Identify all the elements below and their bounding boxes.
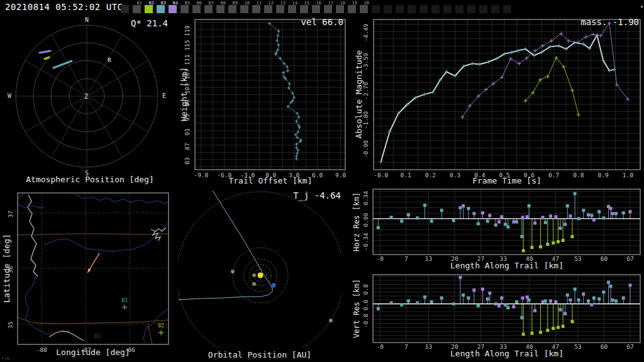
svg-text:-0.8: -0.8 (362, 314, 369, 328)
svg-text:-1.80: -1.80 (362, 111, 369, 129)
station-toggle-08[interactable]: 08 (216, 5, 225, 13)
svg-text:0.9: 0.9 (598, 172, 609, 178)
station-toggle-label: 03 (161, 1, 166, 6)
vert-residuals-plot: -071320273340475360670.80.0-0.8 (362, 275, 640, 350)
ground-track-map: 010203-88-87-86373635 (7, 190, 169, 353)
svg-text:53: 53 (574, 343, 581, 350)
utc-timestamp: 20210814 05:52:02 UTC (5, 2, 123, 12)
station-toggle-label: 18 (340, 1, 345, 6)
station-toggle-label: 19 (352, 1, 357, 6)
svg-text:111: 111 (184, 54, 191, 65)
svg-text:Z: Z (84, 93, 88, 100)
station-toggle-19[interactable]: 19 (348, 5, 356, 13)
station-toggle-02[interactable]: 02 (145, 5, 153, 13)
horz-residuals-plot: -071320273340475360670.340.00-0.34 (362, 189, 640, 262)
station-slot-blank (467, 5, 475, 13)
svg-text:87: 87 (184, 143, 191, 150)
station-toggle-10[interactable]: 10 (240, 5, 248, 13)
station-toggle-16[interactable]: 16 (312, 5, 320, 13)
station-slot-blank (372, 5, 380, 13)
polar-plot-title: Atmospheric Position [deg] (26, 175, 154, 184)
svg-text:-0.0: -0.0 (374, 172, 388, 178)
station-toggle-label: 08 (221, 1, 226, 6)
station-toggle-06[interactable]: 06 (192, 5, 201, 13)
svg-text:60: 60 (601, 343, 608, 350)
frame-time-xlabel: Frame Time [s] (472, 176, 541, 185)
station-slot-blank (419, 5, 428, 13)
station-toggle-04[interactable]: 04 (169, 5, 177, 13)
station-toggle-label: 20 (364, 1, 369, 6)
station-toggle-09[interactable]: 09 (228, 5, 236, 13)
svg-text:0.8: 0.8 (362, 284, 369, 295)
station-toggle-15[interactable]: 15 (300, 5, 308, 13)
svg-text:0.3: 0.3 (450, 172, 460, 178)
svg-text:-88: -88 (36, 346, 47, 353)
station-toggle-18[interactable]: 18 (336, 5, 344, 13)
station-toggle-label: 16 (316, 1, 321, 6)
svg-text:37: 37 (7, 211, 14, 217)
svg-text:03: 03 (121, 298, 128, 304)
svg-text:-3.59: -3.59 (362, 53, 369, 71)
height-ylabel: Height [km] (179, 67, 189, 121)
station-slot-blank (431, 5, 440, 13)
overflow-menu-button[interactable]: ... (639, 0, 644, 10)
atmospheric-position-plot: NSEWZR (8, 16, 166, 177)
svg-text:R: R (108, 57, 111, 63)
station-toggle-17[interactable]: 17 (324, 5, 332, 13)
svg-text:53: 53 (574, 255, 581, 262)
svg-text:91: 91 (184, 128, 191, 136)
station-toggle-label: 15 (304, 1, 309, 6)
svg-text:6.0: 6.0 (312, 172, 323, 178)
station-toggle-05[interactable]: 05 (180, 5, 189, 13)
svg-text:115: 115 (184, 40, 191, 50)
svg-text:119: 119 (184, 25, 191, 36)
station-toggle-03[interactable]: 03 (157, 5, 165, 13)
svg-text:1.0: 1.0 (623, 172, 633, 178)
absolute-magnitude-ylabel: Absolute Magnitude (354, 50, 364, 139)
station-toggle-20[interactable]: 20 (360, 5, 368, 13)
svg-text:0.00: 0.00 (362, 212, 369, 227)
svg-text:02: 02 (158, 323, 164, 329)
station-slot-blank (121, 5, 129, 13)
svg-text:7: 7 (404, 255, 408, 262)
svg-text:0.8: 0.8 (573, 172, 584, 178)
svg-text:-2.70: -2.70 (362, 82, 369, 100)
station-toggle-label: 17 (328, 1, 333, 6)
station-toggle-label: 06 (197, 1, 202, 6)
station-toggle-07[interactable]: 07 (204, 5, 213, 13)
station-toggle-label: 05 (185, 1, 190, 6)
horz-res-xlabel: Length Along Trail [km] (450, 261, 564, 270)
station-toggle-11[interactable]: 11 (252, 5, 260, 13)
station-toggle-label: 12 (269, 1, 274, 6)
station-toggle-14[interactable]: 14 (288, 5, 296, 13)
svg-text:01: 01 (94, 334, 101, 339)
longitude-xlabel: Longitude [deg] (56, 348, 130, 357)
svg-text:-9.0: -9.0 (194, 172, 208, 178)
light-curve-plot: -0.00.10.20.30.40.50.60.70.80.91.0-0.90-… (362, 19, 640, 178)
station-toggle-label: 01 (137, 1, 142, 6)
station-toggle-13[interactable]: 13 (276, 5, 284, 13)
svg-text:13: 13 (425, 343, 432, 350)
station-slot-blank (408, 5, 416, 13)
trail-offset-plot: -9.0-6.0-3.00.03.06.09.08387919599103107… (184, 19, 346, 178)
station-toggle-12[interactable]: 12 (264, 5, 272, 13)
station-toggle-label: 07 (209, 1, 214, 6)
svg-text:-4.49: -4.49 (362, 24, 369, 42)
watermark: rjw (1, 356, 9, 361)
station-toggle-label: 13 (280, 1, 286, 6)
svg-text:0.0: 0.0 (362, 300, 369, 310)
svg-text:67: 67 (626, 255, 633, 262)
station-toggle-01[interactable]: 01 (133, 5, 141, 13)
station-toggle-label: 14 (292, 1, 297, 6)
station-toggle-label: 11 (257, 1, 262, 6)
svg-text:83: 83 (184, 157, 191, 164)
svg-text:-0.90: -0.90 (362, 140, 369, 158)
svg-text:7: 7 (404, 343, 408, 350)
svg-text:0.1: 0.1 (400, 172, 411, 178)
station-slot-blank (443, 5, 452, 13)
svg-text:E: E (162, 92, 166, 99)
app-window: NSEWZR-9.0-6.0-3.00.03.06.09.08387919599… (0, 0, 644, 362)
vert-res-xlabel: Length Along Trail [km] (450, 349, 564, 358)
station-slot-blank (396, 5, 404, 13)
svg-text:-0: -0 (377, 343, 384, 350)
